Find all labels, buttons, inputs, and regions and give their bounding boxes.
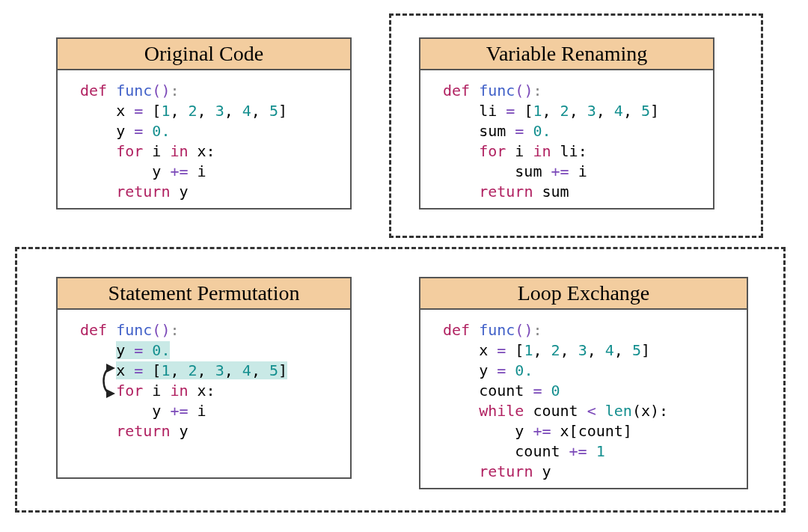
panel-title: Original Code (58, 39, 350, 70)
panel-loop-exchange: Loop Exchange def func(): x = [1, 2, 3, … (419, 277, 748, 489)
panel-variable-renaming: Variable Renaming def func(): li = [1, 2… (419, 37, 714, 210)
panel-body: def func(): y = 0. x = [1, 2, 3, 4, 5] f… (58, 310, 350, 447)
panel-original-code: Original Code def func(): x = [1, 2, 3, … (56, 37, 352, 210)
diagram-canvas: Original Code def func(): x = [1, 2, 3, … (0, 0, 808, 532)
panel-statement-permutation: Statement Permutation def func(): y = 0.… (56, 277, 352, 479)
code-block: def func(): x = [1, 2, 3, 4, 5] y = 0. c… (443, 320, 742, 482)
panel-title: Statement Permutation (58, 278, 350, 310)
code-block: def func(): y = 0. x = [1, 2, 3, 4, 5] f… (80, 320, 346, 441)
panel-body: def func(): li = [1, 2, 3, 4, 5] sum = 0… (420, 70, 713, 208)
panel-title: Variable Renaming (420, 39, 713, 70)
panel-body: def func(): x = [1, 2, 3, 4, 5] y = 0. c… (420, 310, 747, 488)
code-block: def func(): li = [1, 2, 3, 4, 5] sum = 0… (443, 81, 708, 202)
panel-title: Loop Exchange (420, 278, 747, 310)
panel-body: def func(): x = [1, 2, 3, 4, 5] y = 0. f… (58, 70, 350, 208)
code-block: def func(): x = [1, 2, 3, 4, 5] y = 0. f… (80, 81, 346, 202)
